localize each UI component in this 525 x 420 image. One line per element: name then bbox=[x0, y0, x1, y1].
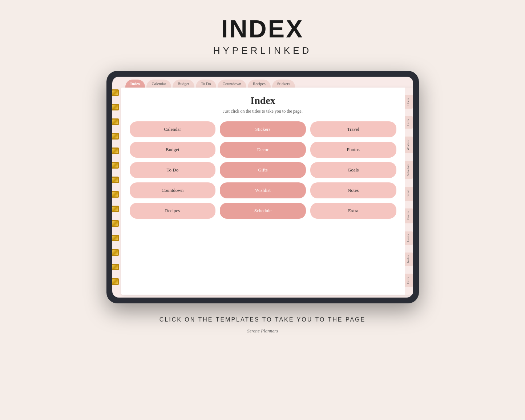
spiral-ring bbox=[112, 206, 119, 212]
right-tab-gifts[interactable]: Gifts bbox=[405, 116, 413, 129]
top-tab-stickers[interactable]: Stickers bbox=[272, 80, 295, 88]
spiral-ring bbox=[112, 264, 119, 270]
tablet-screen: IndexCalendarBudgetTo DoCountdownRecipes… bbox=[112, 77, 413, 298]
spiral-ring bbox=[112, 191, 119, 198]
spiral-ring bbox=[112, 133, 119, 140]
right-tab-wishlist[interactable]: Wishlist bbox=[405, 137, 413, 153]
top-tabs-bar: IndexCalendarBudgetTo DoCountdownRecipes… bbox=[121, 77, 413, 88]
right-tab-photos[interactable]: Photos bbox=[405, 209, 413, 223]
grid-btn-decor[interactable]: Decor bbox=[220, 142, 306, 158]
right-tab-decor[interactable]: Decor bbox=[405, 95, 413, 109]
spiral-ring bbox=[112, 148, 119, 154]
tablet-frame: IndexCalendarBudgetTo DoCountdownRecipes… bbox=[106, 71, 419, 303]
right-tab-extra[interactable]: Extra bbox=[405, 274, 413, 287]
spiral-ring bbox=[112, 118, 119, 125]
grid-btn-stickers[interactable]: Stickers bbox=[220, 121, 306, 137]
spiral-ring bbox=[112, 249, 119, 256]
grid-btn-travel[interactable]: Travel bbox=[310, 121, 396, 137]
spiral-ring bbox=[112, 220, 119, 227]
top-tab-index[interactable]: Index bbox=[125, 80, 145, 88]
page-content: Index Just click on the titles to take y… bbox=[121, 88, 405, 295]
spiral-ring bbox=[112, 235, 119, 241]
notebook-page: Index Just click on the titles to take y… bbox=[121, 88, 413, 295]
grid-btn-notes[interactable]: Notes bbox=[310, 182, 396, 198]
top-tab-budget[interactable]: Budget bbox=[173, 80, 194, 88]
spiral-ring bbox=[112, 89, 119, 96]
right-tab-goals[interactable]: Goals bbox=[405, 231, 413, 245]
grid-btn-wishlist[interactable]: Wishlist bbox=[220, 182, 306, 198]
index-title: Index bbox=[250, 95, 275, 106]
brand-name: Serene Planners bbox=[247, 328, 278, 334]
top-tab-countdown[interactable]: Countdown bbox=[218, 80, 246, 88]
right-tab-notes[interactable]: Notes bbox=[405, 253, 413, 266]
top-tab-to-do[interactable]: To Do bbox=[196, 80, 216, 88]
spiral-ring bbox=[112, 104, 119, 110]
top-tab-recipes[interactable]: Recipes bbox=[248, 80, 271, 88]
index-grid: CalendarStickersTravelBudgetDecorPhotosT… bbox=[130, 121, 396, 219]
right-tab-schedule[interactable]: Schedule bbox=[405, 161, 413, 179]
bottom-cta: CLICK ON THE TEMPLATES TO TAKE YOU TO TH… bbox=[159, 316, 366, 323]
grid-btn-gifts[interactable]: Gifts bbox=[220, 162, 306, 178]
page-subtitle: HYPERLINKED bbox=[213, 45, 312, 56]
grid-btn-calendar[interactable]: Calendar bbox=[130, 121, 216, 137]
right-tab-travel[interactable]: Travel bbox=[405, 187, 413, 201]
page-title: INDEX bbox=[221, 15, 304, 43]
spiral-ring bbox=[112, 162, 119, 169]
grid-btn-countdown[interactable]: Countdown bbox=[130, 182, 216, 198]
right-tabs: DecorGiftsWishlistScheduleTravelPhotosGo… bbox=[405, 88, 413, 295]
grid-btn-photos[interactable]: Photos bbox=[310, 142, 396, 158]
index-subtitle-text: Just click on the titles to take you to … bbox=[223, 109, 303, 114]
content-area: IndexCalendarBudgetTo DoCountdownRecipes… bbox=[121, 77, 413, 298]
grid-btn-budget[interactable]: Budget bbox=[130, 142, 216, 158]
grid-btn-schedule[interactable]: Schedule bbox=[220, 203, 306, 219]
spiral-ring bbox=[112, 177, 119, 183]
spiral-ring bbox=[112, 278, 119, 285]
top-tab-calendar[interactable]: Calendar bbox=[146, 80, 171, 88]
grid-btn-recipes[interactable]: Recipes bbox=[130, 203, 216, 219]
grid-btn-extra[interactable]: Extra bbox=[310, 203, 396, 219]
grid-btn-goals[interactable]: Goals bbox=[310, 162, 396, 178]
spiral-binding bbox=[112, 77, 121, 298]
grid-btn-to-do[interactable]: To Do bbox=[130, 162, 216, 178]
